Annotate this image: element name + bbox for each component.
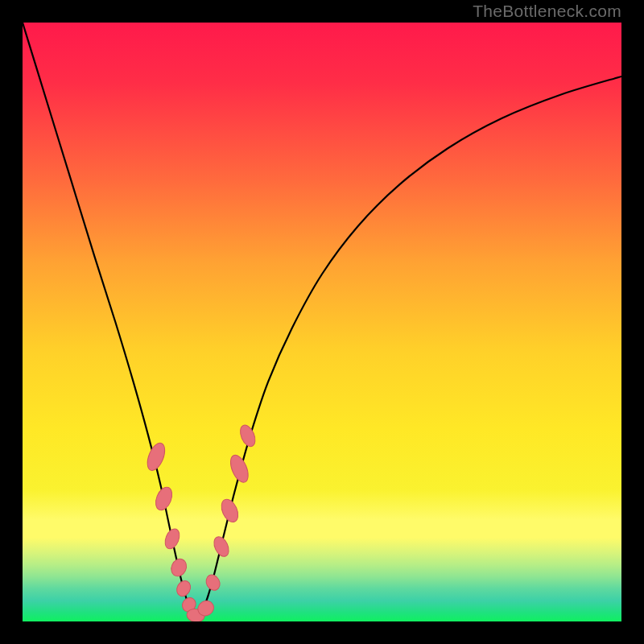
watermark-text: TheBottleneck.com <box>473 2 621 21</box>
highlight-point <box>174 578 193 598</box>
highlight-point <box>237 423 258 448</box>
bottleneck-curve-svg <box>23 23 621 621</box>
chart-frame <box>23 23 621 621</box>
highlight-point <box>218 497 242 525</box>
bottleneck-curve <box>23 23 621 621</box>
highlight-point <box>227 452 252 485</box>
highlight-points-group <box>144 423 258 621</box>
highlight-point <box>204 572 223 592</box>
highlight-point <box>168 556 188 578</box>
highlight-point <box>163 526 183 551</box>
highlight-point <box>211 535 231 559</box>
highlight-point <box>144 440 168 473</box>
highlight-point <box>153 485 175 513</box>
